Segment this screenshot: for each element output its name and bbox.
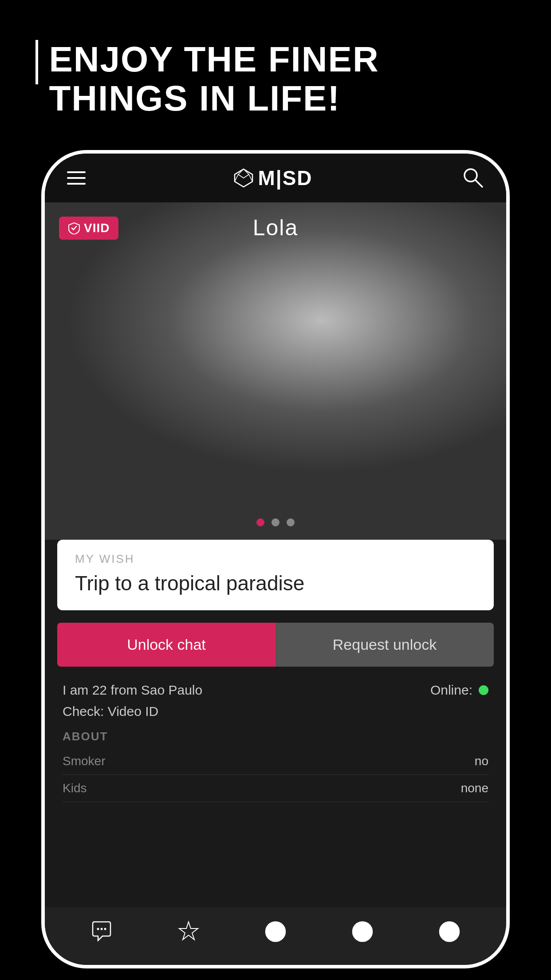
online-status: Online: (430, 683, 488, 698)
nav-help-button[interactable] (351, 920, 374, 943)
online-label: Online: (430, 683, 472, 698)
svg-point-9 (266, 922, 285, 941)
headline-text: ENJOY THE FINER THINGS IN LIFE! (49, 40, 379, 118)
request-unlock-button[interactable]: Request unlock (276, 623, 494, 667)
kids-val: none (461, 781, 488, 795)
svg-point-7 (104, 928, 106, 930)
svg-point-12 (353, 922, 372, 941)
smoker-row: Smoker no (63, 748, 488, 775)
svg-marker-2 (235, 174, 252, 187)
smoker-val: no (475, 754, 488, 768)
nav-block-button[interactable] (438, 920, 461, 943)
unlock-chat-button[interactable]: Unlock chat (57, 623, 276, 667)
bio-row: I am 22 from Sao Paulo Online: (63, 683, 488, 698)
phone-frame: M|SD VIID Lola (42, 151, 509, 968)
headline-section: ENJOY THE FINER THINGS IN LIFE! (35, 40, 516, 118)
check-video-row: Check: Video ID (63, 704, 488, 719)
diamond-icon (234, 168, 253, 188)
svg-point-11 (277, 929, 280, 931)
search-button[interactable] (461, 166, 484, 190)
face-nav-icon (264, 920, 287, 943)
nav-profile-button[interactable] (264, 920, 287, 943)
wish-text: Trip to a tropical paradise (75, 571, 476, 595)
bottom-nav (45, 907, 506, 965)
svg-line-4 (475, 180, 482, 187)
block-nav-icon (438, 920, 461, 943)
wish-card: MY WISH Trip to a tropical paradise (57, 540, 494, 610)
help-nav-icon (351, 920, 374, 943)
logo-text: M|SD (258, 166, 312, 190)
wish-label: MY WISH (75, 552, 476, 566)
headline-bar (35, 40, 38, 84)
svg-point-6 (101, 928, 103, 930)
profile-photo (45, 202, 506, 540)
svg-point-13 (362, 936, 363, 937)
profile-photo-section: VIID Lola (45, 202, 506, 540)
phone-inner: M|SD VIID Lola (45, 154, 506, 965)
hamburger-menu-icon[interactable] (67, 171, 86, 185)
kids-key: Kids (63, 781, 87, 795)
headline-line2: THINGS IN LIFE! (49, 79, 340, 118)
chat-nav-icon (90, 920, 113, 943)
nav-chat-button[interactable] (90, 920, 113, 943)
dot-2[interactable] (272, 518, 279, 526)
svg-point-10 (271, 929, 274, 931)
online-indicator (479, 685, 488, 695)
app-logo: M|SD (234, 166, 312, 190)
dot-3[interactable] (287, 518, 295, 526)
info-section: I am 22 from Sao Paulo Online: Check: Vi… (45, 667, 506, 802)
headline-line1: ENJOY THE FINER (49, 40, 379, 79)
profile-name: Lola (45, 215, 506, 241)
dot-1[interactable] (256, 518, 264, 526)
photo-dots (45, 518, 506, 526)
star-nav-icon (177, 920, 200, 943)
nav-star-button[interactable] (177, 920, 200, 943)
svg-point-5 (97, 928, 99, 930)
kids-row: Kids none (63, 775, 488, 802)
check-video-text: Check: Video ID (63, 704, 158, 719)
search-icon (461, 166, 484, 189)
about-label: ABOUT (63, 730, 488, 743)
smoker-key: Smoker (63, 754, 105, 768)
bio-text: I am 22 from Sao Paulo (63, 683, 202, 698)
app-topbar: M|SD (45, 154, 506, 202)
svg-marker-8 (179, 922, 198, 940)
action-buttons: Unlock chat Request unlock (57, 623, 494, 667)
svg-marker-1 (238, 169, 249, 178)
